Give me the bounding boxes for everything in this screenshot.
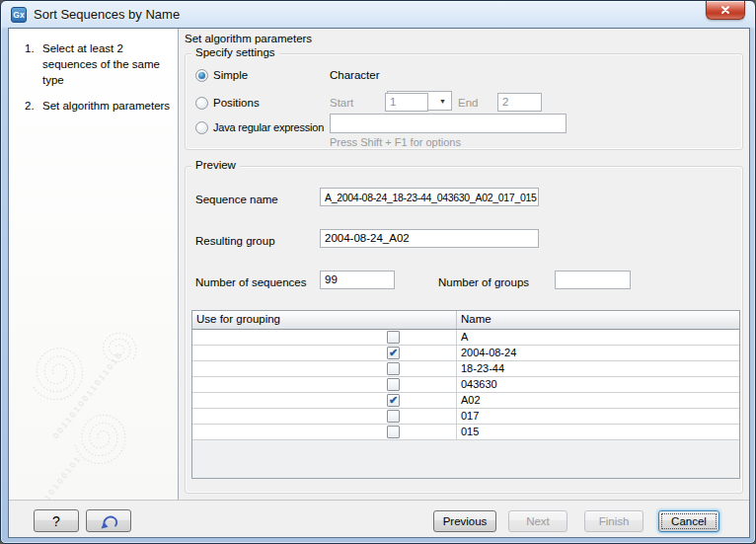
wizard-step-1: 1. Select at least 2 sequences of the sa… [25,40,175,88]
step-number: 2. [25,98,42,114]
table-header-row: Use for grouping Name [192,311,739,330]
resulting-group-label: Resulting group [195,235,275,247]
close-icon [720,5,730,15]
step-label: Set algorithm parameters [42,98,175,114]
column-header-use-for-grouping[interactable]: Use for grouping [192,311,457,329]
grouping-checkbox[interactable]: ✔ [387,347,400,359]
wizard-step-2: 2. Set algorithm parameters [25,98,175,114]
sequence-name-field[interactable]: A_2004-08-24_18-23-44_043630_A02_017_015 [320,188,539,206]
sequence-name-label: Sequence name [195,194,278,205]
table-row: 18-23-44 [192,361,739,377]
end-field[interactable]: 2 [497,93,542,112]
preview-group: Preview Sequence name A_2004-08-24_18-23… [185,166,743,494]
number-of-groups-field[interactable] [555,271,631,289]
number-of-sequences-field[interactable]: 99 [320,271,395,289]
grouping-checkbox[interactable] [387,426,400,438]
column-header-name[interactable]: Name [457,311,739,329]
table-body: A✔2004-08-2418-23-44043630✔A02017015 [192,330,739,440]
positions-radio-label: Positions [213,97,260,109]
positions-radio[interactable] [195,97,208,110]
java-regex-field[interactable] [330,114,567,133]
end-label: End [458,97,478,109]
watermark-binary-text: 010110100101 [26,453,83,500]
grouping-checkbox[interactable]: ✔ [387,394,400,407]
specify-settings-group: Specify settings Simple Character _ ▼ Po… [185,53,743,150]
next-button[interactable]: Next [508,510,567,532]
parameters-panel: Set algorithm parameters Specify setting… [179,29,749,500]
grouping-checkbox[interactable] [387,331,400,344]
close-button[interactable] [706,1,745,20]
step-number: 1. [25,40,42,88]
table-row: A [192,330,739,346]
dialog-window: Gx Sort Sequences by Name 1. Select at l… [0,0,756,544]
number-of-groups-label: Number of groups [438,276,529,288]
grouping-table: Use for grouping Name A✔2004-08-2418-23-… [191,310,740,479]
grouping-cell [192,425,457,439]
simple-radio[interactable] [195,69,208,82]
grouping-checkbox[interactable] [387,362,400,375]
start-label: Start [330,97,353,109]
name-cell: 017 [457,409,739,424]
resulting-group-field[interactable]: 2004-08-24_A02 [320,229,539,248]
java-regex-radio-label: Java regular expression [213,121,324,133]
wizard-steps-sidebar: 1. Select at least 2 sequences of the sa… [9,29,179,500]
grouping-cell [192,409,457,424]
chevron-down-icon: ▼ [439,98,446,105]
character-label: Character [330,69,380,81]
name-cell: A [457,330,739,345]
group-legend: Preview [191,159,240,171]
table-row: 017 [192,409,739,425]
table-row: ✔A02 [192,393,739,409]
previous-button[interactable]: Previous [433,510,496,532]
grouping-cell [192,330,457,345]
window-title: Sort Sequences by Name [34,7,180,22]
button-bar: ? Previous Next Finish Cancel [9,500,749,537]
panel-title: Set algorithm parameters [185,33,312,44]
help-button[interactable]: ? [34,509,79,532]
grouping-checkbox[interactable] [387,378,400,391]
start-field[interactable]: 1 [385,93,428,112]
name-cell: 015 [457,425,739,439]
clcbio-swirl-watermark: 0011010011011010 010110100101 [9,285,179,500]
table-row: 015 [192,425,739,440]
cancel-button[interactable]: Cancel [658,510,719,532]
simple-radio-label: Simple [213,69,248,81]
title-bar[interactable]: Gx Sort Sequences by Name [1,1,755,28]
grouping-checkbox[interactable] [387,410,400,423]
reset-button[interactable] [86,509,131,532]
table-row: 043630 [192,377,739,393]
grouping-cell: ✔ [192,393,457,408]
name-cell: 043630 [457,377,739,392]
java-regex-radio[interactable] [195,121,208,134]
name-cell: 18-23-44 [457,361,739,376]
app-icon: Gx [11,7,27,23]
step-label: Select at least 2 sequences of the same … [42,40,175,88]
name-cell: A02 [457,393,739,408]
finish-button[interactable]: Finish [584,510,643,532]
group-legend: Specify settings [191,46,279,58]
number-of-sequences-label: Number of sequences [195,276,307,288]
table-row: ✔2004-08-24 [192,346,739,361]
grouping-cell: ✔ [192,346,457,360]
undo-arrow-icon [98,511,119,531]
regex-hint: Press Shift + F1 for options [330,136,461,148]
watermark-binary-text: 0011010011011010 [51,350,124,440]
grouping-cell [192,361,457,376]
grouping-cell [192,377,457,392]
name-cell: 2004-08-24 [457,346,739,360]
